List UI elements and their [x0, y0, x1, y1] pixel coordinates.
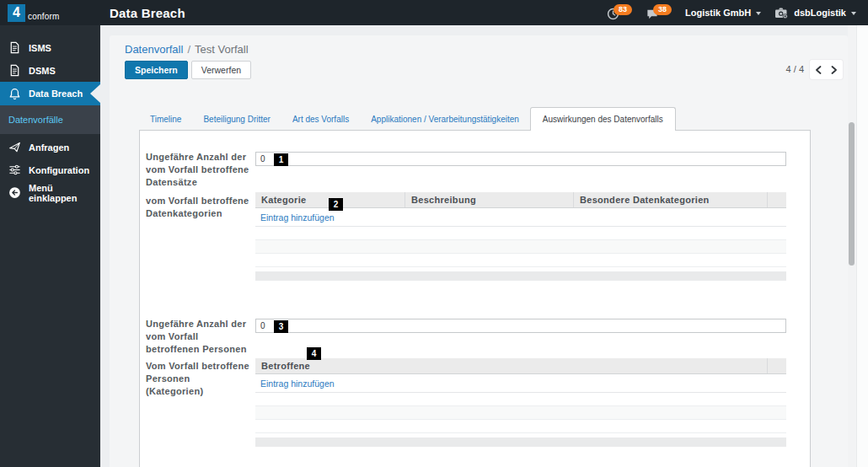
sidebar-item-isms[interactable]: ISMS	[0, 36, 100, 59]
user-label: dsbLogistik	[794, 8, 846, 18]
topbar-right: 83 38 Logistik GmbH dsbLogistik	[607, 4, 868, 21]
sidebar-item-dsms[interactable]: DSMS	[0, 59, 100, 82]
prev-record-button[interactable]	[812, 63, 824, 77]
persons-count-input[interactable]	[255, 319, 786, 333]
bell-icon	[8, 88, 21, 100]
sidebar-item-label: Anfragen	[29, 142, 69, 153]
sidebar-item-label: ISMS	[29, 43, 51, 53]
discard-button[interactable]: Verwerfen	[191, 61, 251, 79]
column-header-actions	[768, 192, 786, 207]
tab-bar: Timeline Beteiligung Dritter Art des Vor…	[139, 107, 676, 131]
tab-timeline[interactable]: Timeline	[139, 115, 192, 124]
document-icon	[8, 41, 21, 54]
affected-persons-table: Betroffene Eintrag hinzufügen	[255, 358, 786, 447]
breadcrumb-parent-link[interactable]: Datenvorfall	[125, 43, 183, 56]
table-row	[255, 406, 786, 420]
table-row	[255, 420, 786, 433]
app-logo[interactable]: 4 conform	[0, 4, 100, 22]
table-footer-bar	[255, 271, 786, 281]
column-header-besondere-datenkategorien: Besondere Datenkategorien	[574, 192, 768, 207]
sidebar-item-label: Data Breach	[29, 89, 83, 99]
add-entry-link[interactable]: Eintrag hinzufügen	[260, 212, 335, 223]
action-buttons: Speichern Verwerfen	[125, 61, 251, 79]
table-add-row: Eintrag hinzufügen	[255, 208, 786, 227]
breadcrumb-separator: /	[187, 43, 190, 56]
organization-label: Logistik GmbH	[685, 8, 751, 18]
tab-art-des-vorfalls[interactable]: Art des Vorfalls	[281, 115, 360, 124]
table-row	[255, 240, 786, 254]
table-row	[255, 227, 786, 240]
chevron-right-icon	[831, 66, 838, 74]
table-add-row: Eintrag hinzufügen	[255, 374, 786, 393]
tab-applikationen-verarbeitungstaetigkeiten[interactable]: Applikationen / Verarbeitungstätigkeiten	[360, 115, 530, 124]
column-header-betroffene: Betroffene	[255, 358, 768, 373]
sidebar: ISMS DSMS Data Breach Datenvorfälle Anfr…	[0, 25, 100, 467]
reminders-count-badge: 83	[613, 4, 632, 15]
reminders-button[interactable]: 83	[607, 4, 632, 21]
sliders-icon	[8, 164, 21, 176]
sidebar-item-konfiguration[interactable]: Konfiguration	[0, 158, 100, 181]
record-pager	[810, 60, 843, 79]
logo-brand-text: conform	[28, 12, 60, 21]
scrollbar-track[interactable]	[848, 25, 856, 467]
chevron-down-icon	[756, 12, 761, 15]
sidebar-item-label: DSMS	[29, 66, 56, 76]
tab-beteiligung-dritter[interactable]: Beteiligung Dritter	[192, 115, 281, 124]
collapse-arrow-icon	[8, 186, 21, 199]
persons-count-label: Ungefähre Anzahl der vom Vorfall betroff…	[146, 318, 250, 356]
content-card: Datenvorfall/Test Vorfall Speichern Verw…	[110, 35, 848, 467]
document-icon	[8, 64, 21, 77]
logo-4-icon: 4	[8, 4, 25, 22]
organization-menu[interactable]: Logistik GmbH	[685, 8, 761, 18]
sidebar-subitem-datenvorfaelle[interactable]: Datenvorfälle	[0, 105, 100, 134]
som-marker-3: 3	[274, 320, 288, 333]
sidebar-item-collapse-menu[interactable]: Menü einklappen	[0, 181, 100, 204]
breadcrumb-current: Test Vorfall	[195, 43, 249, 56]
table-footer-bar	[255, 437, 786, 447]
paper-plane-icon	[8, 141, 21, 153]
scrollbar-thumb[interactable]	[849, 122, 855, 266]
user-menu[interactable]: dsbLogistik	[774, 7, 856, 19]
chevron-left-icon	[815, 66, 822, 74]
records-count-input[interactable]	[255, 152, 786, 166]
sidebar-item-label: Konfiguration	[29, 165, 89, 175]
breadcrumb: Datenvorfall/Test Vorfall	[125, 43, 249, 56]
som-marker-2: 2	[329, 198, 343, 211]
camera-user-icon	[774, 7, 789, 19]
sidebar-item-anfragen[interactable]: Anfragen	[0, 136, 100, 158]
window-scrollbar-gutter	[856, 25, 868, 467]
tab-auswirkungen-des-datenvorfalls[interactable]: Auswirkungen des Datenvorfalls	[530, 107, 676, 131]
messages-count-badge: 38	[653, 4, 672, 15]
sidebar-item-data-breach[interactable]: Data Breach	[0, 82, 100, 105]
data-categories-label: vom Vorfall betroffene Datenkategorien	[146, 195, 250, 220]
topbar: 4 conform Data Breach 83 38 Logistik Gmb…	[0, 0, 868, 25]
som-marker-4: 4	[307, 347, 321, 360]
messages-button[interactable]: 38	[646, 4, 672, 21]
module-title: Data Breach	[110, 6, 185, 20]
tab-panel: Ungefähre Anzahl der vom Vorfall betroff…	[139, 130, 811, 467]
sidebar-subitem-label: Datenvorfälle	[8, 115, 63, 125]
sidebar-item-label: Menü einklappen	[29, 183, 100, 203]
column-header-beschreibung: Beschreibung	[405, 192, 574, 207]
next-record-button[interactable]	[828, 63, 840, 77]
add-entry-link[interactable]: Eintrag hinzufügen	[260, 378, 335, 389]
column-header-actions	[768, 358, 786, 373]
chevron-down-icon	[851, 12, 856, 15]
table-header-row: Betroffene	[255, 358, 786, 374]
record-pagination-indicator: 4 / 4	[786, 64, 804, 74]
affected-persons-label: Vom Vorfall betroffene Personen (Kategor…	[146, 360, 250, 398]
records-count-label: Ungefähre Anzahl der vom Vorfall betroff…	[146, 151, 250, 189]
table-row	[255, 254, 786, 267]
save-button[interactable]: Speichern	[125, 61, 188, 79]
table-row	[255, 393, 786, 406]
som-marker-1: 1	[274, 153, 288, 166]
